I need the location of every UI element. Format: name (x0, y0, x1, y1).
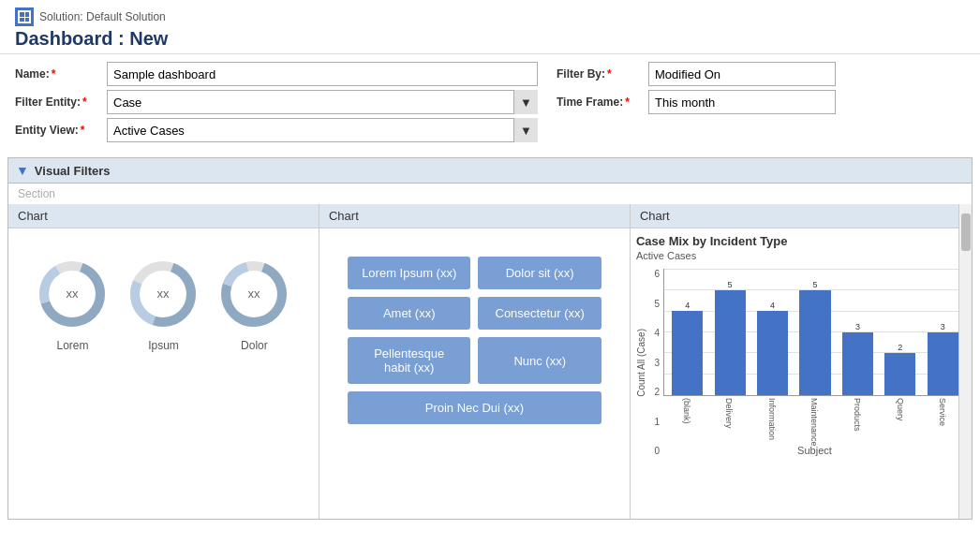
bars-container: 4 5 (663, 269, 966, 456)
xlabel-query: Query (881, 398, 920, 443)
chart2-header: Chart (319, 204, 630, 228)
bars-row: 4 5 (664, 269, 966, 395)
donut-item-1: xx Lorem (35, 257, 110, 352)
bar-products (842, 332, 873, 396)
bubble-5: Pellentesque habit (xx) (348, 337, 470, 384)
yticks: 6 5 4 3 2 1 0 (648, 269, 663, 456)
donut-label-2: Ipsum (148, 339, 179, 352)
donut-svg-3: xx (216, 257, 291, 331)
donut-label-3: Dolor (241, 339, 268, 352)
donut-svg-1: xx (35, 257, 110, 331)
bubble-3: Amet (xx) (348, 297, 470, 330)
bar-group-blank: 4 (668, 269, 706, 395)
bars-area: 4 5 (663, 269, 966, 396)
visual-filters-title: Visual Filters (35, 164, 111, 178)
bar-delivery (715, 290, 746, 395)
time-frame-input[interactable] (648, 90, 836, 114)
filter-by-input[interactable] (648, 62, 836, 86)
filter-entity-row: Filter Entity:* Case ▼ (15, 90, 538, 114)
name-label: Name:* (15, 67, 99, 81)
xlabel-products: Products (838, 398, 877, 443)
time-frame-label: Time Frame:* (557, 96, 641, 109)
chart-panel-1: Chart xx Lorem (8, 204, 319, 519)
bar-blank (672, 311, 703, 395)
bar-chart-main: Count All (Case) 6 5 4 3 2 1 0 (636, 269, 966, 456)
section-label: Section (8, 184, 972, 204)
xlabel-delivery: Delivery (710, 398, 750, 443)
entity-view-row: Entity View:* Active Cases ▼ (15, 118, 538, 142)
solution-text: Solution: Default Solution (39, 10, 166, 23)
filter-by-label: Filter By:* (557, 67, 641, 81)
chart2-body: Lorem Ipsum (xx) Dolor sit (xx) Amet (xx… (319, 228, 630, 519)
chart-panel-2: Chart Lorem Ipsum (xx) Dolor sit (xx) Am… (319, 204, 631, 519)
form-section: Name:* Filter Entity:* Case ▼ Entity Vie… (0, 54, 980, 154)
svg-text:xx: xx (157, 287, 171, 301)
xlabel-service: Service (923, 398, 962, 443)
xlabel-blank: (blank) (667, 398, 706, 443)
bubble-7: Proin Nec Dui (xx) (348, 391, 601, 424)
bubble-2: Dolor sit (xx) (478, 257, 601, 289)
bar-maintenance (799, 290, 830, 395)
xaxis-labels: (blank) Delivery Information Maintenance… (663, 398, 966, 443)
solution-icon (15, 7, 34, 26)
xaxis-title: Subject (663, 445, 966, 456)
bubble-1: Lorem Ipsum (xx) (348, 257, 470, 289)
charts-row: Chart xx Lorem (8, 204, 972, 519)
yaxis-label: Count All (Case) (636, 329, 646, 397)
bar-group-query: 2 (881, 269, 919, 395)
chart-panel-3: Chart Case Mix by Incident Type Active C… (631, 204, 972, 519)
svg-text:xx: xx (67, 287, 80, 301)
solution-label: Solution: Default Solution (15, 7, 965, 26)
filter-entity-select[interactable]: Case (107, 90, 538, 114)
scrollbar-thumb[interactable] (961, 213, 971, 251)
chart3-body: Case Mix by Incident Type Active Cases C… (631, 228, 972, 519)
bar-group-delivery: 5 (710, 269, 749, 395)
bar-service (928, 332, 958, 396)
bar-chart-title: Case Mix by Incident Type (636, 234, 966, 248)
header: Solution: Default Solution Dashboard : N… (0, 0, 980, 54)
name-input[interactable] (107, 62, 538, 86)
visual-filters-section: ▼ Visual Filters Section Chart (7, 157, 973, 520)
donut-row: xx Lorem xx Ipsum (18, 238, 309, 361)
donut-item-3: xx Dolor (216, 257, 291, 352)
collapse-icon[interactable]: ▼ (16, 163, 29, 178)
bubble-grid: Lorem Ipsum (xx) Dolor sit (xx) Amet (xx… (329, 238, 620, 443)
bar-group-information: 4 (753, 269, 792, 395)
svg-text:xx: xx (248, 287, 261, 301)
donut-svg-2: xx (126, 257, 200, 331)
bar-group-maintenance: 5 (795, 269, 834, 395)
bar-group-service: 3 (924, 269, 962, 395)
bubble-4: Consectetur (xx) (478, 297, 601, 330)
filter-entity-label: Filter Entity:* (15, 96, 99, 109)
bar-information (757, 311, 788, 395)
bar-query (884, 353, 915, 395)
xlabel-maintenance: Maintenance (795, 398, 835, 443)
donut-item-2: xx Ipsum (126, 257, 200, 352)
donut-label-1: Lorem (56, 339, 88, 352)
entity-view-select-wrap: Active Cases ▼ (107, 118, 538, 142)
chart1-body: xx Lorem xx Ipsum (8, 228, 319, 519)
time-frame-row: Time Frame:* (557, 90, 965, 114)
filter-entity-select-wrap: Case ▼ (107, 90, 538, 114)
bubble-6: Nunc (xx) (478, 337, 601, 384)
name-row: Name:* (15, 62, 538, 86)
visual-filters-header: ▼ Visual Filters (8, 158, 972, 184)
bar-chart-subtitle: Active Cases (636, 250, 966, 261)
scrollbar[interactable] (958, 204, 972, 519)
filter-by-row: Filter By:* (557, 62, 965, 86)
page-title: Dashboard : New (15, 28, 965, 50)
chart3-header: Chart (631, 204, 972, 228)
xlabel-information: Information (752, 398, 792, 443)
yaxis-label-wrap: Count All (Case) (636, 269, 648, 456)
chart1-header: Chart (8, 204, 319, 228)
entity-view-select[interactable]: Active Cases (107, 118, 538, 142)
bar-group-products: 3 (839, 269, 877, 395)
charts-container: Section Chart xx (8, 184, 972, 519)
entity-view-label: Entity View:* (15, 124, 99, 137)
